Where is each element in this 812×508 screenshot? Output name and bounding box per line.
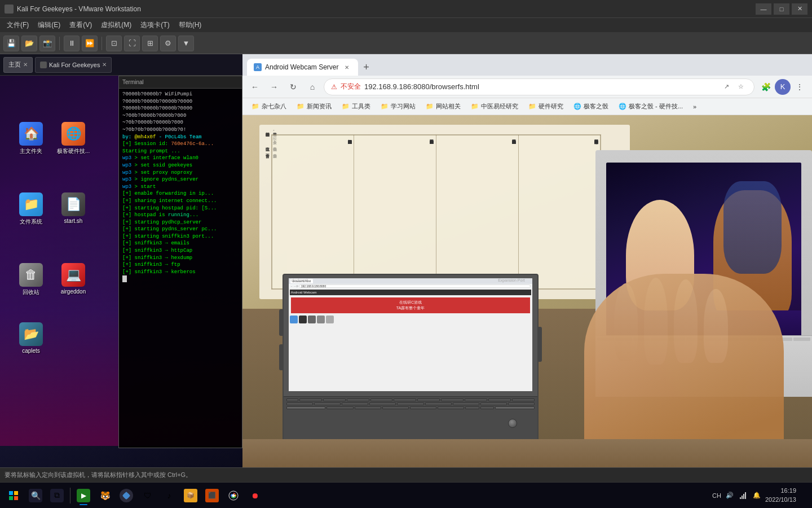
taskbar-music[interactable]: ♪ [158,485,180,506]
toolbar-open[interactable]: 📂 [21,36,37,51]
system-tray-icons: CH 🔊 🔔 [712,491,762,501]
address-field[interactable]: ⚠ 不安全 192.168.9.186:8080/browserfs.html … [324,78,754,95]
kali-tab-home-close[interactable]: ✕ [23,62,28,68]
taskbar-chrome[interactable] [223,485,244,506]
start-button[interactable] [2,485,25,506]
kali-dragon-icon [122,491,131,500]
toolbar-forward[interactable]: ⏩ [82,36,98,51]
terminal-window: Terminal ?0000b?0000b? WiFiPumpi ?0000b?… [118,76,242,448]
key-a [286,402,313,405]
kali-tab-vm-close[interactable]: ✕ [102,62,107,68]
back-button[interactable]: ← [247,79,263,95]
bookmark-geek1[interactable]: 🌐 极客之骰 [569,100,613,113]
browser-tab-webcam[interactable]: A Android Webcam Server ✕ [247,59,358,76]
browser-menu-button[interactable]: ⋮ [792,79,807,95]
taskbar-taskview[interactable]: ⧉ [46,485,68,506]
browser-tab-close-button[interactable]: ✕ [342,63,351,72]
sound-icon[interactable]: 🔊 [725,491,735,501]
taskbar-search[interactable]: 🔍 [25,485,46,506]
menu-edit[interactable]: 编辑(E) [33,19,65,31]
taskbar-tiger[interactable]: 🐯 [94,485,116,506]
vmware-app-icon: ▶ [77,489,90,502]
bookmark-geek2[interactable]: 🌐 极客之骰 - 硬件技... [614,100,687,113]
kali-tab-vm[interactable]: Kali For Geekeyes ✕ [35,57,112,73]
taskbar-cube[interactable]: ⬛ [201,485,223,506]
bookmark-tools[interactable]: 📁 工具类 [337,100,375,113]
side-button-1[interactable] [279,309,284,335]
key-p [512,398,535,401]
tab-favicon-webcam: A [254,63,262,71]
home-button[interactable]: ⌂ [304,79,320,95]
key-g [397,402,423,405]
toolbar-settings[interactable]: ⚙ [160,36,176,51]
browser-content: 梅子益寒。酸。多食令人 好唾令人心满神精顿塞 桃子多食令人有热 仁止咳逆上气 李… [242,115,812,467]
network-icon[interactable] [738,491,748,501]
term-line-3: ~?00b?0000b?0000b?000 [122,112,239,120]
desktop-icon-caplets[interactable]: 📂 caplets [11,322,51,354]
desktop-icon-geekeyes[interactable]: 🌐 极客硬件技... [54,122,93,155]
desktop-icon-trash[interactable]: 🗑 回收站 [11,263,51,296]
toolbar-pause[interactable]: ⏸ [64,36,80,51]
clock-date: 2022/10/13 [765,496,796,504]
clock-display[interactable]: 16:19 2022/10/13 [765,487,796,504]
trackball[interactable] [508,419,517,428]
menu-help[interactable]: 帮助(H) [174,19,206,31]
side-button-right[interactable] [537,327,542,362]
mini-content-area: Android Webcam 在线研C游戏TA露有整个童年 [289,288,532,325]
menu-file[interactable]: 文件(F) [2,19,33,31]
bookmark-tcm[interactable]: 📁 中医易经研究 [466,100,523,113]
taskbar-files[interactable]: 📦 [180,485,201,506]
side-button-2[interactable] [279,344,284,370]
bookmark-hardware[interactable]: 📁 硬件研究 [524,100,568,113]
menu-view[interactable]: 查看(V) [65,19,96,31]
browser-toolbar-right: 🧩 K ⋮ [758,79,807,95]
bookmark-webrelated-folder-icon: 📁 [426,103,434,110]
taskbar-record[interactable]: ⏺ [244,485,266,506]
kali-tab-home[interactable]: 主页 ✕ [3,57,33,73]
bookmark-folder-icon: 📁 [251,103,259,110]
music-icon: ♪ [162,489,176,502]
security-label: 不安全 [341,82,361,91]
toolbar-resize[interactable]: ⊡ [106,36,122,51]
menu-tabs[interactable]: 选项卡(T) [136,19,174,31]
key-r [370,398,393,401]
forward-button[interactable]: → [266,79,282,95]
taskbar-kali[interactable] [116,485,137,506]
finger-3 [674,279,698,363]
close-button[interactable]: ✕ [792,3,807,15]
maximize-button[interactable]: □ [774,3,789,15]
term-line-wp3-1: wp3 > set interface wlan0 [122,155,239,162]
desktop-icon-home[interactable]: 🏠 主文件夹 [11,122,51,155]
search-icon: 🔍 [29,489,42,502]
desktop-icon-files[interactable]: 📁 文件系统 [11,192,51,226]
security-warning-icon: ⚠ [331,83,337,91]
bookmarks-more[interactable]: » [689,100,701,113]
bookmark-news[interactable]: 📁 新闻资讯 [292,100,336,113]
profile-button[interactable]: K [775,79,791,95]
menu-vm[interactable]: 虚拟机(M) [96,19,136,31]
taskbar-shield[interactable]: 🛡 [137,485,158,506]
toolbar-extra[interactable]: ▼ [178,36,194,51]
bookmark-zazaqiba[interactable]: 📁 杂七杂八 [247,100,291,113]
vmware-menubar: 文件(F) 编辑(E) 查看(V) 虚拟机(M) 选项卡(T) 帮助(H) [0,18,812,33]
minimize-button[interactable]: — [756,3,771,15]
extensions-button[interactable]: 🧩 [758,79,774,95]
desktop-icon-startsh[interactable]: 📄 start.sh [54,192,93,224]
bookmark-webrelated[interactable]: 📁 网站相关 [421,100,465,113]
taskbar-separator [70,488,70,503]
network-bars-icon [739,492,747,500]
new-tab-button[interactable]: + [358,59,375,76]
bookmark-learning[interactable]: 📁 学习网站 [376,100,420,113]
terminal-content[interactable]: ?0000b?0000b? WiFiPumpi ?0000b?0000b?000… [119,89,242,448]
toolbar-snapshot[interactable]: 📸 [39,36,55,51]
share-page-button[interactable]: ↗ [720,81,732,93]
bookmark-page-button[interactable]: ☆ [735,81,747,93]
notifications-icon[interactable]: 🔔 [752,491,762,501]
toolbar-fullscreen[interactable]: ⛶ [124,36,140,51]
taskbar-vmware-app[interactable]: ▶ [73,485,94,506]
kali-taskbar: 主页 ✕ Kali For Geekeyes ✕ [0,54,242,76]
toolbar-save[interactable]: 💾 [3,36,19,51]
desktop-icon-airgeddon[interactable]: 💻 airgeddon [54,263,93,295]
toolbar-unity[interactable]: ⊞ [142,36,158,51]
reload-button[interactable]: ↻ [285,79,301,95]
